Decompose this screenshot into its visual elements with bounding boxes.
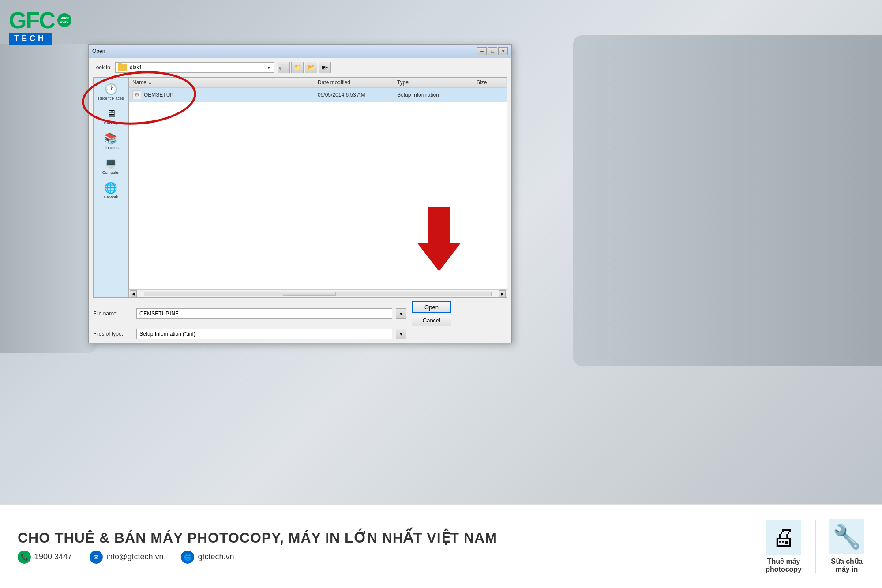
computer-icon: 💻 (104, 157, 117, 169)
col-size-header[interactable]: Size (473, 78, 507, 87)
network-icon: 🌐 (104, 182, 117, 194)
file-size-cell (473, 94, 507, 96)
dialog-titlebar: Open ─ □ ✕ (89, 45, 511, 58)
phone-icon: 📞 (18, 551, 31, 564)
scroll-left-button[interactable]: ◀ (130, 290, 137, 297)
footer-banner: CHO THUÊ & BÁN MÁY PHOTOCOPY, MÁY IN LỚN… (0, 504, 882, 588)
filename-row: File name: ▼ Open Cancel (93, 301, 507, 326)
filetype-dropdown-button[interactable]: ▼ (396, 329, 406, 339)
look-in-label: Look in: (93, 64, 112, 71)
file-area: Name ▲ Date modified Type Size (129, 78, 507, 297)
photocopy-label: Thuê máyphotocopy (766, 558, 802, 573)
back-button[interactable]: ⟵ (278, 62, 290, 73)
file-list-container: 🕐 Recent Places 🖥 Desktop 📚 Libraries 💻 … (93, 77, 507, 298)
footer-contacts: 📞 1900 3447 ✉ info@gfctech.vn 🌐 gfctech.… (18, 551, 766, 564)
dialog-toolbar: Look in: disk1 ▼ ⟵ 📁 📂 ⊞▾ (89, 58, 511, 77)
file-type-label: Files of type: (93, 331, 133, 337)
shortcut-desktop[interactable]: 🖥 Desktop (102, 106, 120, 127)
network-label: Network (104, 195, 118, 199)
up-folder-button[interactable]: 📂 (305, 62, 317, 73)
file-type-input[interactable] (136, 329, 392, 339)
dialog-title: Open (92, 48, 105, 54)
repair-icon: 🔧 (833, 524, 861, 551)
scroll-right-button[interactable]: ▶ (499, 290, 506, 297)
file-dialog: Open ─ □ ✕ Look in: disk1 ▼ ⟵ 📁 📂 ⊞▾ (88, 44, 512, 343)
repair-icon-box: 🔧 (829, 519, 864, 554)
computer-label: Computer (102, 170, 120, 175)
nav-buttons: ⟵ 📁 📂 ⊞▾ (278, 62, 331, 73)
file-date-cell: 05/05/2014 6:53 AM (314, 91, 394, 99)
open-button[interactable]: Open (412, 301, 451, 313)
footer-main-text: CHO THUÊ & BÁN MÁY PHOTOCOPY, MÁY IN LỚN… (18, 529, 766, 564)
filename-dropdown-button[interactable]: ▼ (396, 308, 406, 319)
shortcut-computer[interactable]: 💻 Computer (101, 155, 122, 176)
col-date-header[interactable]: Date modified (314, 78, 394, 87)
repair-label: Sửa chữamáy in (831, 557, 863, 573)
file-name-input[interactable] (136, 308, 392, 319)
service-photocopy: 🖨 Thuê máyphotocopy (766, 520, 802, 573)
phone-number: 1900 3447 (34, 552, 72, 562)
col-name-header[interactable]: Name ▲ (129, 78, 314, 87)
up-folder-icon: 📂 (308, 64, 315, 71)
file-name-label: File name: (93, 311, 133, 317)
look-in-value: disk1 (130, 64, 264, 71)
service-repair: 🔧 Sửa chữamáy in (829, 519, 864, 573)
cancel-button[interactable]: Cancel (412, 315, 451, 326)
photocopy-icon: 🖨 (772, 524, 795, 551)
libraries-icon: 📚 (104, 132, 117, 145)
recent-label: Recent Places (98, 96, 124, 101)
shortcuts-panel: 🕐 Recent Places 🖥 Desktop 📚 Libraries 💻 … (94, 78, 129, 297)
view-toggle-button[interactable]: ⊞▾ (319, 62, 331, 73)
dialog-controls: ─ □ ✕ (477, 47, 508, 55)
col-type-header[interactable]: Type (394, 78, 473, 87)
file-type-cell: Setup Information (394, 91, 473, 99)
maximize-button[interactable]: □ (488, 47, 497, 55)
forward-button[interactable]: 📁 (291, 62, 304, 73)
photocopy-icon-box: 🖨 (766, 520, 801, 555)
horizontal-scrollbar[interactable]: ◀ ▶ (129, 289, 507, 297)
file-rows: OEMSETUP 05/05/2014 6:53 AM Setup Inform… (129, 88, 507, 289)
logo-since: Since 2010 (57, 16, 71, 24)
folder-icon (118, 64, 127, 71)
dialog-bottom: File name: ▼ Open Cancel Files of type: … (89, 298, 511, 343)
desktop-label: Desktop (104, 121, 118, 125)
inf-file-icon (132, 90, 141, 99)
logo-letters: GFC (9, 9, 55, 32)
website: gfctech.vn (198, 552, 234, 562)
recent-icon: 🕐 (105, 83, 118, 95)
web-icon: 🌐 (181, 551, 194, 564)
service-divider (815, 520, 816, 573)
printer-bg-right (573, 35, 882, 366)
filetype-row: Files of type: ▼ (93, 329, 507, 339)
contact-web: 🌐 gfctech.vn (181, 551, 234, 564)
column-headers: Name ▲ Date modified Type Size (129, 78, 507, 88)
footer-headline: CHO THUÊ & BÁN MÁY PHOTOCOPY, MÁY IN LỚN… (18, 529, 766, 546)
close-button[interactable]: ✕ (498, 47, 508, 55)
sort-arrow-icon: ▲ (148, 81, 152, 85)
email-icon: ✉ (90, 551, 103, 564)
table-row[interactable]: OEMSETUP 05/05/2014 6:53 AM Setup Inform… (129, 88, 507, 102)
scrollbar-thumb[interactable] (283, 292, 336, 296)
file-name-cell: OEMSETUP (129, 90, 314, 100)
printer-bg-left (0, 44, 97, 353)
footer-services: 🖨 Thuê máyphotocopy 🔧 Sửa chữamáy in (766, 519, 864, 573)
view-toggle-icon: ⊞▾ (322, 65, 328, 71)
email-address: info@gfctech.vn (106, 552, 163, 562)
back-icon: ⟵ (279, 64, 289, 72)
shortcut-network[interactable]: 🌐 Network (102, 180, 120, 201)
forward-icon: 📁 (294, 64, 301, 71)
minimize-button[interactable]: ─ (477, 47, 487, 55)
contact-email: ✉ info@gfctech.vn (90, 551, 163, 564)
scrollbar-track[interactable] (144, 292, 492, 296)
logo: GFC Since 2010 TECH (9, 9, 79, 53)
libraries-label: Libraries (103, 146, 119, 150)
shortcut-libraries[interactable]: 📚 Libraries (101, 131, 120, 152)
contact-phone: 📞 1900 3447 (18, 551, 72, 564)
shortcut-recent[interactable]: 🕐 Recent Places (96, 81, 125, 102)
desktop-icon: 🖥 (106, 108, 116, 120)
file-name: OEMSETUP (144, 92, 173, 98)
dropdown-arrow-icon: ▼ (266, 65, 271, 70)
look-in-dropdown[interactable]: disk1 ▼ (115, 62, 274, 73)
logo-tech: TECH (9, 33, 52, 45)
